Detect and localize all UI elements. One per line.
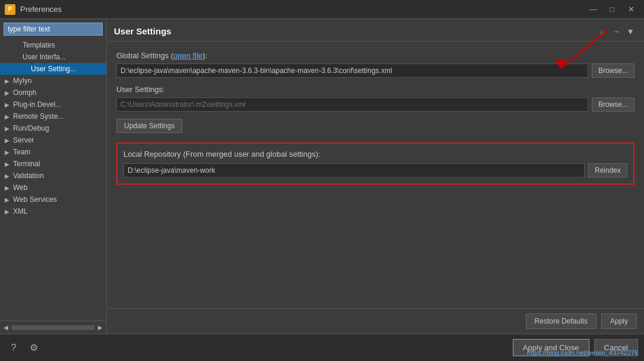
nav-forward-button[interactable]: →	[610, 26, 623, 37]
panel-bottom: Restore Defaults Apply	[107, 308, 644, 334]
scroll-right-button[interactable]: ▶	[96, 323, 105, 332]
expand-icon: ▶	[5, 173, 11, 179]
sidebar-item-label: Team	[13, 148, 30, 156]
sidebar-item-team[interactable]: ▶ Team	[0, 146, 106, 158]
sidebar-item-label: Run/Debug	[13, 124, 49, 132]
update-settings-button[interactable]: Update Settings	[116, 119, 182, 133]
sidebar-item-label: Validation	[13, 172, 44, 180]
panel-title: User Settings	[114, 26, 581, 36]
expand-icon: ▶	[5, 78, 11, 84]
global-settings-label: Global Settings (open file):	[116, 51, 635, 60]
sidebar-item-run-debug[interactable]: ▶ Run/Debug	[0, 122, 106, 134]
nav-arrows: ← ▲ → ▼	[581, 26, 637, 37]
open-file-link[interactable]: open file	[173, 51, 202, 60]
user-settings-browse-button[interactable]: Browse...	[592, 97, 635, 112]
local-repo-section: Local Repository (From merged user and g…	[116, 142, 635, 185]
sidebar-item-oomph[interactable]: ▶ Oomph	[0, 87, 106, 99]
user-settings-input[interactable]	[116, 97, 588, 112]
scroll-track	[12, 325, 94, 330]
local-repo-input[interactable]	[123, 163, 585, 178]
expand-icon: ▶	[5, 185, 11, 191]
sidebar-item-label: Mylyn	[13, 77, 31, 85]
sidebar-item-label: Terminal	[13, 160, 40, 168]
expand-icon: ▶	[5, 137, 11, 144]
expand-icon: ▶	[5, 113, 11, 120]
footer-icons: ? ⚙	[6, 340, 513, 356]
close-button[interactable]: ✕	[623, 4, 639, 15]
sidebar-item-templates[interactable]: Templates	[0, 39, 106, 51]
expand-icon: ▶	[5, 208, 11, 215]
expand-icon: ▶	[5, 102, 11, 108]
content-area: Templates User Interfa... User Setting..…	[0, 19, 644, 334]
sidebar-item-label: Templates	[23, 41, 55, 49]
user-settings-row: Browse...	[116, 97, 635, 112]
expand-icon: ▶	[5, 197, 11, 203]
app-icon-letter: P	[8, 6, 12, 12]
sidebar-item-web-services[interactable]: ▶ Web Services	[0, 194, 106, 205]
sidebar-item-user-settings[interactable]: User Setting...	[0, 63, 106, 75]
title-bar: P Preferences — □ ✕	[0, 0, 644, 19]
help-button[interactable]: ?	[6, 340, 21, 356]
scroll-left-button[interactable]: ◀	[1, 323, 11, 332]
filter-input[interactable]	[4, 23, 103, 36]
app-icon: P	[5, 4, 15, 15]
nav-back-button[interactable]: ←	[581, 26, 594, 37]
sidebar-item-label: Oomph	[13, 88, 36, 97]
apply-button[interactable]: Apply	[601, 314, 637, 329]
sidebar-item-user-interface[interactable]: User Interfa...	[0, 51, 106, 63]
nav-dropdown-button[interactable]: ▼	[624, 26, 637, 37]
sidebar-item-label: User Interfa...	[23, 53, 66, 61]
sidebar-item-server[interactable]: ▶ Server	[0, 134, 106, 146]
nav-up-button[interactable]: ▲	[595, 26, 608, 37]
user-settings-label: User Settings:	[116, 85, 635, 94]
restore-defaults-button[interactable]: Restore Defaults	[526, 314, 597, 329]
minimize-button[interactable]: —	[585, 4, 601, 15]
footer: ? ⚙ Apply and Close Cancel https://blog.…	[0, 334, 644, 361]
sidebar-item-label: Plug-in Devel...	[13, 100, 61, 109]
global-settings-browse-button[interactable]: Browse...	[592, 64, 635, 78]
sidebar-item-label: XML	[13, 207, 28, 216]
local-repo-label: Local Repository (From merged user and g…	[123, 150, 627, 159]
sidebar-item-label: Web Services	[13, 195, 57, 204]
main-container: Templates User Interfa... User Setting..…	[0, 19, 644, 361]
panel-content: Global Settings (open file): Browse... U…	[107, 42, 644, 308]
maximize-button[interactable]: □	[604, 4, 620, 15]
expand-icon: ▶	[5, 125, 11, 132]
reindex-button[interactable]: Reindex	[588, 163, 627, 178]
window-controls: — □ ✕	[585, 4, 639, 15]
sidebar-item-label: User Setting...	[31, 65, 76, 73]
sidebar-item-web[interactable]: ▶ Web	[0, 182, 106, 194]
sidebar-item-xml[interactable]: ▶ XML	[0, 205, 106, 217]
expand-icon: ▶	[5, 161, 11, 167]
tree-container: Templates User Interfa... User Setting..…	[0, 39, 106, 321]
sidebar-item-label: Server	[13, 136, 34, 144]
sidebar-item-label: Remote Syste...	[13, 112, 64, 121]
sidebar-item-validation[interactable]: ▶ Validation	[0, 170, 106, 182]
settings-button[interactable]: ⚙	[26, 340, 42, 356]
sidebar: Templates User Interfa... User Setting..…	[0, 19, 107, 334]
expand-icon: ▶	[5, 90, 11, 96]
sidebar-item-label: Web	[13, 183, 27, 192]
expand-icon: ▶	[5, 149, 11, 156]
sidebar-item-plugin-dev[interactable]: ▶ Plug-in Devel...	[0, 99, 106, 110]
global-settings-input[interactable]	[116, 64, 588, 78]
global-settings-row: Browse...	[116, 64, 635, 78]
window-title: Preferences	[20, 5, 585, 14]
horizontal-scrollbar[interactable]: ◀ ▶	[0, 321, 106, 334]
sidebar-item-terminal[interactable]: ▶ Terminal	[0, 158, 106, 170]
local-repo-row: Reindex	[123, 163, 627, 178]
sidebar-item-remote-sys[interactable]: ▶ Remote Syste...	[0, 110, 106, 122]
panel-header: User Settings ← ▲ → ▼	[107, 19, 644, 42]
sidebar-item-mylyn[interactable]: ▶ Mylyn	[0, 75, 106, 87]
right-panel: User Settings ← ▲ → ▼ Global Setting	[107, 19, 644, 334]
footer-url: https://blog.csdn.net/weixin_43742276	[527, 349, 638, 356]
